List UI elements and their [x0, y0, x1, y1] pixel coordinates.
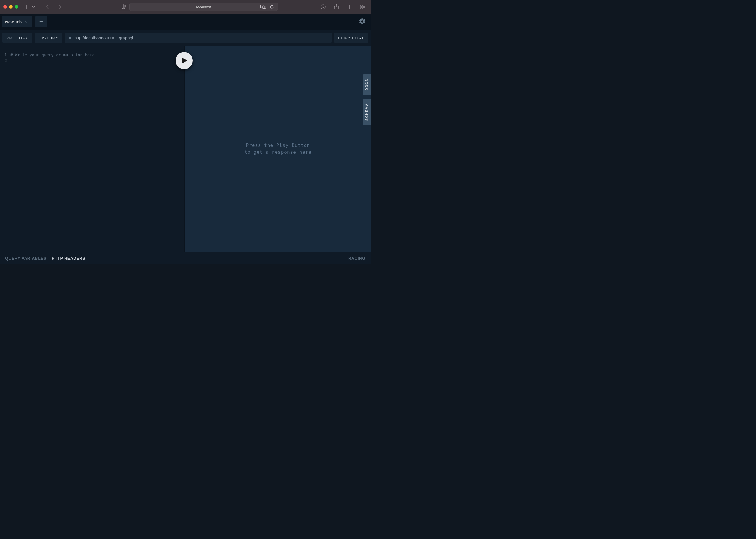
close-window[interactable]	[3, 5, 7, 9]
query-editor[interactable]: 1 2 # Write your query or mutation here	[0, 46, 184, 252]
docs-tab[interactable]: DOCS	[363, 74, 371, 95]
schema-tab[interactable]: SCHEMA	[363, 99, 371, 125]
http-headers-tab[interactable]: HTTP HEADERS	[52, 256, 85, 261]
history-button[interactable]: HISTORY	[35, 33, 63, 42]
sidebar-toggle-icon[interactable]	[24, 3, 31, 10]
privacy-shield-icon[interactable]	[120, 3, 127, 10]
main-area: 1 2 # Write your query or mutation here …	[0, 46, 371, 252]
endpoint-input[interactable]: http://localhost:8000/__graphql	[65, 33, 332, 42]
response-line2: to get a response here	[244, 149, 311, 156]
traffic-lights	[3, 5, 18, 9]
svg-text:A: A	[262, 6, 263, 8]
svg-text:文: 文	[264, 6, 266, 8]
play-button[interactable]	[176, 52, 193, 69]
app-tab-bar: New Tab × +	[0, 14, 371, 30]
svg-rect-8	[363, 5, 365, 7]
query-variables-tab[interactable]: QUERY VARIABLES	[5, 256, 46, 261]
svg-rect-7	[361, 5, 362, 7]
browser-title-bar: localhost A文	[0, 0, 371, 14]
forward-button-icon[interactable]	[57, 3, 63, 10]
reader-translate-icon[interactable]: A文	[260, 3, 267, 10]
settings-gear-icon[interactable]	[359, 18, 366, 26]
svg-rect-0	[25, 5, 30, 9]
editor-gutter: 1 2	[0, 52, 10, 252]
copy-curl-button[interactable]: COPY CURL	[334, 33, 368, 42]
response-panel: Press the Play Button to get a response …	[184, 46, 371, 252]
url-bar[interactable]: localhost A文	[129, 3, 278, 11]
svg-rect-10	[363, 7, 365, 9]
close-icon[interactable]: ×	[25, 20, 29, 24]
add-tab-button[interactable]: +	[36, 16, 47, 28]
minimize-window[interactable]	[9, 5, 13, 9]
line-number: 2	[0, 58, 7, 63]
line-number: 1	[0, 52, 7, 58]
toolbar: PRETTIFY HISTORY http://localhost:8000/_…	[0, 30, 371, 46]
downloads-icon[interactable]	[320, 3, 326, 10]
play-icon	[182, 57, 188, 64]
url-display: localhost	[197, 5, 211, 9]
sidebar-menu-chevron-icon[interactable]	[32, 5, 36, 9]
app-tab-label: New Tab	[5, 20, 22, 24]
reload-icon[interactable]	[269, 3, 275, 10]
endpoint-status-icon	[69, 37, 71, 39]
new-tab-icon[interactable]	[346, 3, 353, 10]
tracing-tab[interactable]: TRACING	[346, 256, 366, 261]
prettify-button[interactable]: PRETTIFY	[2, 33, 32, 42]
maximize-window[interactable]	[15, 5, 18, 9]
editor-placeholder: # Write your query or mutation here	[10, 52, 95, 57]
bottom-bar: QUERY VARIABLES HTTP HEADERS TRACING	[0, 252, 371, 264]
tab-overview-icon[interactable]	[359, 3, 366, 10]
back-button-icon[interactable]	[44, 3, 51, 10]
endpoint-url: http://localhost:8000/__graphql	[74, 36, 133, 40]
svg-rect-9	[361, 7, 362, 9]
share-icon[interactable]	[333, 3, 340, 10]
editor-code[interactable]: # Write your query or mutation here	[10, 52, 184, 252]
app-tab-active[interactable]: New Tab ×	[2, 16, 32, 28]
side-tabs: DOCS SCHEMA	[363, 74, 371, 125]
response-line1: Press the Play Button	[244, 142, 311, 149]
response-placeholder: Press the Play Button to get a response …	[244, 142, 311, 156]
